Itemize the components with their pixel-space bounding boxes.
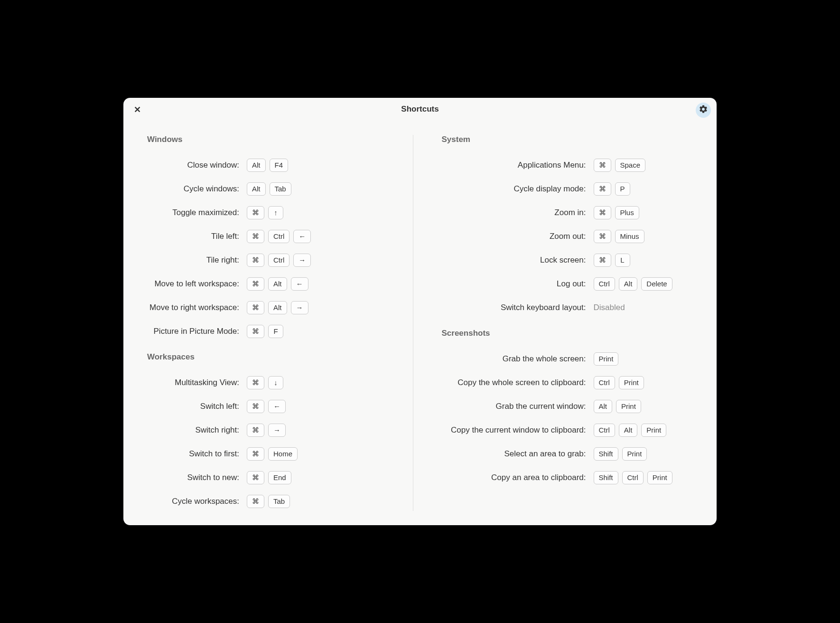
keycap: Print: [616, 400, 641, 414]
shortcut-keys: AltPrint: [594, 400, 641, 414]
keycap: Home: [268, 447, 298, 461]
shortcut-keys: ⌘Minus: [594, 230, 644, 244]
titlebar: ✕ Shortcuts: [123, 98, 717, 121]
keycap: Ctrl: [622, 471, 644, 485]
section-title: Workspaces: [147, 352, 399, 362]
shortcut-label: Grab the current window:: [442, 402, 594, 411]
keycap: Tab: [270, 182, 291, 196]
shortcut-keys: Print: [594, 352, 619, 366]
shortcut-row: Cycle windows:AltTab: [147, 181, 399, 197]
keycap: Print: [647, 471, 672, 485]
settings-button[interactable]: [696, 103, 711, 118]
shortcut-row: Multitasking View:⌘↓: [147, 375, 399, 390]
shortcut-row: Copy the whole screen to clipboard:CtrlP…: [442, 375, 693, 390]
shortcut-label: Tile left:: [147, 232, 247, 241]
shortcut-row: Switch keyboard layout:Disabled: [442, 300, 693, 315]
keycap: ⌘: [594, 230, 611, 244]
keycap: ⌘: [247, 447, 264, 461]
keycap: ⌘: [247, 206, 264, 220]
keycap: L: [615, 254, 630, 267]
keycap: End: [268, 471, 291, 485]
shortcut-label: Switch left:: [147, 402, 247, 411]
keycap: →: [293, 254, 311, 267]
keycap: ↑: [268, 206, 283, 220]
shortcut-row: Move to right workspace:⌘Alt→: [147, 300, 399, 315]
keycap: Print: [622, 447, 647, 461]
close-button[interactable]: ✕: [132, 104, 142, 115]
keycap: Ctrl: [594, 424, 615, 437]
shortcut-row: Log out:CtrlAltDelete: [442, 276, 693, 292]
shortcut-label: Select an area to grab:: [442, 449, 594, 459]
shortcut-keys: ⌘F: [247, 325, 283, 339]
shortcut-keys: ⌘Alt←: [247, 277, 308, 291]
shortcut-row: Grab the current window:AltPrint: [442, 399, 693, 414]
shortcut-label: Move to left workspace:: [147, 279, 247, 289]
keycap: ⌘: [594, 182, 611, 196]
shortcut-label: Zoom out:: [442, 232, 594, 241]
content: WindowsClose window:AltF4Cycle windows:A…: [123, 121, 717, 525]
window-title: Shortcuts: [401, 104, 439, 114]
keycap: ←: [293, 230, 311, 244]
keycap: ⌘: [247, 471, 264, 485]
shortcut-keys: ⌘↓: [247, 376, 283, 390]
keycap: Shift: [594, 471, 618, 485]
keycap: Tab: [268, 495, 290, 509]
shortcut-label: Picture in Picture Mode:: [147, 327, 247, 336]
keycap: Ctrl: [594, 277, 615, 291]
keycap: Ctrl: [594, 376, 615, 390]
keycap: Ctrl: [268, 254, 289, 267]
shortcut-label: Switch to first:: [147, 449, 247, 459]
shortcut-label: Copy the whole screen to clipboard:: [442, 378, 594, 387]
shortcut-row: Copy the current window to clipboard:Ctr…: [442, 423, 693, 438]
shortcut-row: Tile right:⌘Ctrl→: [147, 253, 399, 268]
keycap: ⌘: [247, 495, 264, 509]
gear-icon: [699, 104, 708, 116]
shortcut-row: Close window:AltF4: [147, 158, 399, 173]
keycap: Alt: [247, 182, 266, 196]
keycap: ⌘: [247, 230, 264, 244]
shortcut-row: Zoom in:⌘Plus: [442, 205, 693, 220]
shortcut-label: Copy an area to clipboard:: [442, 473, 594, 482]
keycap: Alt: [619, 277, 638, 291]
section-system: SystemApplications Menu:⌘SpaceCycle disp…: [442, 135, 693, 315]
keycap: Ctrl: [268, 230, 289, 244]
shortcut-row: Select an area to grab:ShiftPrint: [442, 446, 693, 462]
shortcut-label: Switch right:: [147, 425, 247, 435]
shortcut-keys: ⌘Space: [594, 159, 646, 172]
left-column: WindowsClose window:AltF4Cycle windows:A…: [147, 135, 413, 511]
keycap: Print: [641, 424, 666, 437]
shortcut-row: Switch to new:⌘End: [147, 470, 399, 485]
section-windows: WindowsClose window:AltF4Cycle windows:A…: [147, 135, 399, 339]
shortcut-label: Applications Menu:: [442, 160, 594, 170]
disabled-text: Disabled: [594, 303, 625, 312]
shortcut-keys: ⌘L: [594, 254, 630, 267]
close-icon: ✕: [134, 104, 141, 115]
shortcut-row: Move to left workspace:⌘Alt←: [147, 276, 399, 292]
shortcut-keys: ShiftPrint: [594, 447, 647, 461]
keycap: ⌘: [594, 159, 611, 172]
shortcut-row: Copy an area to clipboard:ShiftCtrlPrint: [442, 470, 693, 485]
keycap: F: [268, 325, 283, 339]
keycap: Space: [615, 159, 646, 172]
shortcut-keys: ⌘Ctrl←: [247, 230, 311, 244]
keycap: Delete: [641, 277, 672, 291]
section-title: Screenshots: [442, 329, 693, 338]
keycap: ⌘: [247, 424, 264, 437]
shortcut-label: Switch to new:: [147, 473, 247, 482]
shortcut-row: Toggle maximized:⌘↑: [147, 205, 399, 220]
shortcut-label: Move to right workspace:: [147, 303, 247, 312]
shortcut-label: Copy the current window to clipboard:: [442, 425, 594, 435]
shortcut-keys: ⌘↑: [247, 206, 283, 220]
shortcut-row: Switch right:⌘→: [147, 423, 399, 438]
shortcut-keys: AltF4: [247, 159, 288, 172]
shortcuts-window: ✕ Shortcuts WindowsClose window:AltF4Cyc…: [123, 98, 717, 525]
keycap: ⌘: [247, 277, 264, 291]
keycap: Minus: [615, 230, 644, 244]
shortcut-row: Tile left:⌘Ctrl←: [147, 229, 399, 244]
section-screenshots: ScreenshotsGrab the whole screen:PrintCo…: [442, 329, 693, 485]
keycap: →: [268, 424, 286, 437]
shortcut-label: Cycle windows:: [147, 184, 247, 194]
shortcut-label: Toggle maximized:: [147, 208, 247, 217]
shortcut-keys: ⌘Alt→: [247, 301, 308, 315]
shortcut-keys: ShiftCtrlPrint: [594, 471, 672, 485]
